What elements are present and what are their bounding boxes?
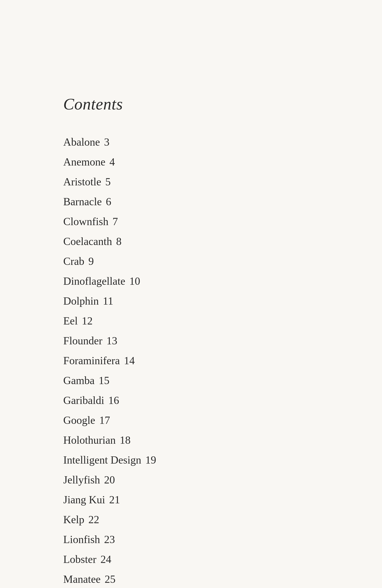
toc-entry-page: 4	[109, 154, 115, 170]
toc-entry-page: 6	[106, 193, 111, 210]
toc-entry: Holothurian18	[63, 432, 130, 448]
toc-entry-page: 18	[120, 432, 130, 448]
toc-item: Flounder13	[63, 333, 382, 349]
toc-item: Manatee25	[63, 571, 382, 587]
toc-item: Dolphin11	[63, 293, 382, 309]
page: Contents Abalone3Anemone4Aristotle5Barna…	[0, 0, 382, 588]
toc-entry-page: 12	[82, 313, 93, 329]
toc-entry-name: Manatee	[63, 571, 101, 587]
toc-item: Holothurian18	[63, 432, 382, 448]
toc-entry: Dolphin11	[63, 293, 113, 309]
toc-entry-name: Crab	[63, 253, 84, 269]
toc-item: Abalone3	[63, 134, 382, 150]
toc-entry-page: 7	[112, 213, 118, 230]
toc-entry: Dinoflagellate10	[63, 273, 140, 289]
toc-entry: Flounder13	[63, 333, 117, 349]
toc-item: Aristotle5	[63, 174, 382, 190]
toc-entry-page: 10	[129, 273, 140, 289]
toc-item: Barnacle6	[63, 193, 382, 210]
toc-item: Anemone4	[63, 154, 382, 170]
toc-entry: Lobster24	[63, 551, 111, 567]
toc-entry-name: Lionfish	[63, 531, 100, 547]
toc-entry-page: 25	[105, 571, 115, 587]
toc-item: Lionfish23	[63, 531, 382, 547]
toc-entry-name: Eel	[63, 313, 78, 329]
toc-entry: Lionfish23	[63, 531, 115, 547]
toc-entry-name: Aristotle	[63, 174, 101, 190]
toc-entry: Coelacanth8	[63, 233, 122, 250]
toc-entry: Anemone4	[63, 154, 115, 170]
toc-entry-name: Holothurian	[63, 432, 116, 448]
toc-entry: Abalone3	[63, 134, 109, 150]
toc-entry: Gamba15	[63, 372, 109, 389]
toc-entry-name: Gamba	[63, 372, 95, 389]
toc-entry-page: 11	[103, 293, 113, 309]
toc-item: Kelp22	[63, 511, 382, 528]
toc-entry-page: 14	[124, 353, 135, 369]
toc-item: Foraminifera14	[63, 353, 382, 369]
toc-entry: Jellyfish20	[63, 472, 115, 488]
toc-item: Eel12	[63, 313, 382, 329]
toc-entry-name: Coelacanth	[63, 233, 112, 250]
toc-entry: Barnacle6	[63, 193, 111, 210]
toc-entry-name: Anemone	[63, 154, 106, 170]
toc-entry-name: Jellyfish	[63, 472, 100, 488]
toc-entry-page: 13	[106, 333, 117, 349]
toc-entry: Jiang Kui21	[63, 492, 120, 508]
toc-entry-name: Foraminifera	[63, 353, 120, 369]
toc-item: Google17	[63, 412, 382, 428]
toc-item: Crab9	[63, 253, 382, 269]
toc-entry-name: Flounder	[63, 333, 102, 349]
toc-entry-name: Garibaldi	[63, 392, 104, 408]
toc-entry-name: Barnacle	[63, 193, 102, 210]
toc-entry-name: Jiang Kui	[63, 492, 105, 508]
toc-entry-page: 9	[88, 253, 94, 269]
toc-entry-name: Dolphin	[63, 293, 99, 309]
toc-entry-name: Clownfish	[63, 213, 108, 230]
toc-entry: Kelp22	[63, 511, 99, 528]
toc-entry-page: 21	[109, 492, 120, 508]
toc-entry-page: 24	[101, 551, 111, 567]
toc-entry-page: 19	[145, 452, 156, 468]
toc-entry-page: 22	[88, 511, 99, 528]
toc-entry-name: Lobster	[63, 551, 96, 567]
toc-item: Dinoflagellate10	[63, 273, 382, 289]
toc-entry: Clownfish7	[63, 213, 118, 230]
toc-item: Garibaldi16	[63, 392, 382, 408]
toc-entry-name: Intelligent Design	[63, 452, 141, 468]
toc-entry: Intelligent Design19	[63, 452, 156, 468]
toc-entry: Crab9	[63, 253, 94, 269]
toc-item: Clownfish7	[63, 213, 382, 230]
toc-entry: Manatee25	[63, 571, 115, 587]
toc-entry-page: 23	[104, 531, 115, 547]
toc-entry-name: Abalone	[63, 134, 100, 150]
toc-entry-page: 17	[99, 412, 110, 428]
toc-entry: Eel12	[63, 313, 93, 329]
toc-entry: Aristotle5	[63, 174, 111, 190]
toc-entry-name: Google	[63, 412, 95, 428]
toc-entry: Google17	[63, 412, 110, 428]
contents-title: Contents	[63, 95, 382, 114]
toc-item: Coelacanth8	[63, 233, 382, 250]
toc-entry-page: 8	[116, 233, 122, 250]
toc-item: Jellyfish20	[63, 472, 382, 488]
toc-entry-page: 15	[99, 372, 109, 389]
toc-list: Abalone3Anemone4Aristotle5Barnacle6Clown…	[63, 134, 382, 588]
toc-entry-name: Dinoflagellate	[63, 273, 125, 289]
toc-item: Lobster24	[63, 551, 382, 567]
toc-entry: Garibaldi16	[63, 392, 119, 408]
toc-entry-page: 3	[104, 134, 109, 150]
toc-entry-page: 20	[104, 472, 115, 488]
toc-entry-page: 5	[105, 174, 111, 190]
toc-entry-name: Kelp	[63, 511, 84, 528]
toc-entry-page: 16	[108, 392, 119, 408]
toc-entry: Foraminifera14	[63, 353, 135, 369]
toc-item: Gamba15	[63, 372, 382, 389]
toc-item: Jiang Kui21	[63, 492, 382, 508]
toc-item: Intelligent Design19	[63, 452, 382, 468]
